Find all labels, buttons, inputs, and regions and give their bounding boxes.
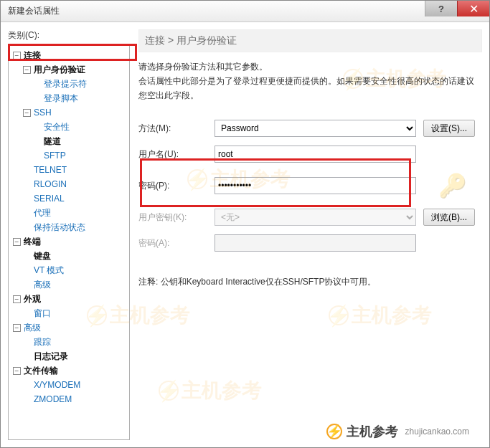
- tree-toggle-icon[interactable]: −: [13, 367, 21, 375]
- tree-trace[interactable]: 跟踪: [34, 337, 51, 347]
- tree-toggle-icon[interactable]: −: [13, 295, 21, 303]
- window-buttons: ? ✕: [425, 1, 489, 16]
- tree-toggle-icon[interactable]: −: [23, 109, 31, 117]
- tree-proxy[interactable]: 代理: [34, 208, 51, 218]
- username-label: 用户名(U):: [138, 148, 207, 161]
- method-select[interactable]: Password: [215, 120, 416, 137]
- userkey-select: <无>: [215, 209, 416, 226]
- tree-toggle-icon[interactable]: −: [13, 52, 21, 59]
- tree-window[interactable]: 窗口: [34, 308, 51, 318]
- password-input[interactable]: [215, 177, 416, 194]
- tree-advanced[interactable]: 高级: [34, 280, 51, 290]
- titlebar: 新建会话属性 ? ✕: [1, 1, 489, 22]
- watermark: ⚡ 主机参考 zhujicankao.com: [318, 420, 478, 443]
- breadcrumb: 连接 > 用户身份验证: [138, 29, 482, 52]
- tree-security[interactable]: 安全性: [44, 122, 70, 132]
- help-button[interactable]: ?: [425, 1, 457, 16]
- description: 请选择身份验证方法和其它参数。 会话属性中此部分是为了登录过程更便捷而提供的。如…: [138, 59, 482, 103]
- tree-rlogin[interactable]: RLOGIN: [34, 179, 67, 189]
- userkey-label: 用户密钥(K):: [138, 211, 207, 224]
- password2-label: 密码(A):: [138, 237, 207, 249]
- tree-keepalive[interactable]: 保持活动状态: [34, 222, 85, 232]
- tree-toggle-icon[interactable]: −: [13, 324, 21, 332]
- tree-xymodem[interactable]: X/YMODEM: [34, 380, 80, 390]
- tree-sftp[interactable]: SFTP: [44, 151, 66, 161]
- watermark-text: 主机参考: [347, 423, 398, 440]
- tree-tunnel[interactable]: 隧道: [44, 136, 61, 146]
- tree-login-prompt[interactable]: 登录提示符: [44, 79, 87, 89]
- watermark-icon: ⚡: [326, 424, 342, 439]
- note-text: 注释: 公钥和Keyboard Interactive仅在SSH/SFTP协议中…: [138, 276, 482, 288]
- category-tree[interactable]: −连接 −用户身份验证 登录提示符 登录脚本 −SSH 安全性: [8, 44, 130, 440]
- watermark-domain: zhujicankao.com: [405, 426, 469, 437]
- tree-auth[interactable]: 用户身份验证: [34, 65, 85, 75]
- window-title: 新建会话属性: [8, 5, 60, 17]
- tree-zmodem[interactable]: ZMODEM: [34, 394, 72, 404]
- tree-toggle-icon[interactable]: −: [23, 66, 31, 74]
- tree-serial[interactable]: SERIAL: [34, 194, 65, 204]
- tree-vtmode[interactable]: VT 模式: [34, 265, 64, 275]
- tree-advanced2[interactable]: 高级: [24, 323, 41, 333]
- tree-ssh[interactable]: SSH: [34, 108, 52, 118]
- tree-toggle-icon[interactable]: −: [13, 238, 21, 246]
- category-label: 类别(C):: [8, 29, 130, 42]
- method-label: 方法(M):: [138, 123, 207, 135]
- tree-filetransfer[interactable]: 文件传输: [24, 366, 58, 376]
- username-input[interactable]: [215, 146, 416, 163]
- tree-keyboard[interactable]: 键盘: [34, 251, 51, 261]
- tree-login-script[interactable]: 登录脚本: [44, 93, 78, 103]
- browse-button[interactable]: 浏览(B)...: [423, 209, 475, 226]
- close-button[interactable]: ✕: [457, 1, 489, 16]
- tree-logging[interactable]: 日志记录: [34, 351, 68, 361]
- tree-appearance[interactable]: 外观: [24, 294, 41, 304]
- settings-button[interactable]: 设置(S)...: [423, 120, 475, 137]
- password2-input: [215, 234, 416, 252]
- password-label: 密码(P):: [138, 180, 207, 192]
- tree-telnet[interactable]: TELNET: [34, 165, 67, 175]
- key-icon: 🔑: [423, 171, 482, 200]
- tree-connection[interactable]: 连接: [24, 50, 41, 60]
- tree-terminal[interactable]: 终端: [24, 237, 41, 247]
